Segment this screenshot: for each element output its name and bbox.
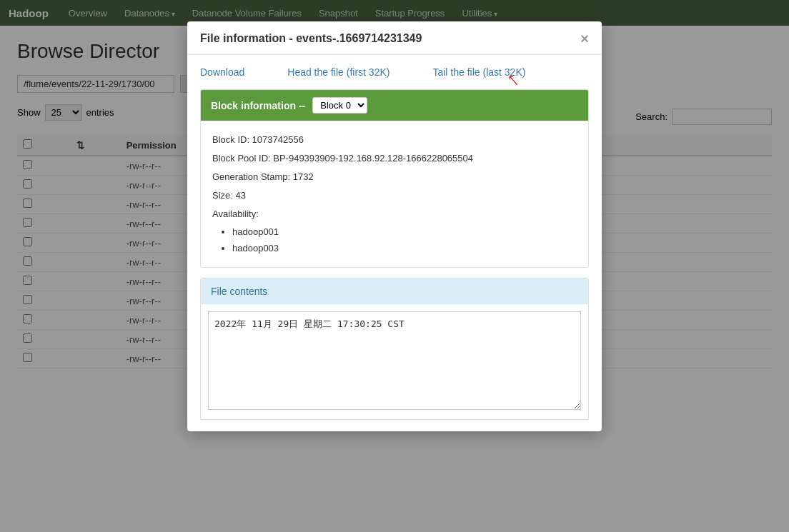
block-info-section: Block information -- Block 0 Block ID: 1… [200,89,589,268]
availability-label: Availability: [212,205,577,224]
action-links: Download Head the file (first 32K) Tail … [200,66,589,78]
modal-title: File information - events-.1669714231349 [200,32,422,45]
block-pool-id: Block Pool ID: BP-949393909-192.168.92.1… [212,149,577,168]
block-body: Block ID: 1073742556 Block Pool ID: BP-9… [201,121,588,267]
block-size: Size: 43 [212,186,577,205]
tail-file-link[interactable]: Tail the file (last 32K) [432,66,525,78]
generation-stamp: Generation Stamp: 1732 [212,168,577,186]
modal-overlay: File information - events-.1669714231349… [0,0,789,532]
modal-header: File information - events-.1669714231349… [187,21,602,55]
availability-item-0: hadoop001 [232,224,577,240]
download-link[interactable]: Download [200,66,244,78]
block-id: Block ID: 1073742556 [212,131,577,149]
file-content-area: 2022年 11月 29日 星期二 17:30:25 CST [201,304,588,419]
availability-list: hadoop001 hadoop003 [232,224,577,257]
file-content-textarea[interactable]: 2022年 11月 29日 星期二 17:30:25 CST [208,311,581,410]
head-file-link[interactable]: Head the file (first 32K) [287,66,389,78]
file-contents-header: File contents [201,278,588,304]
block-header: Block information -- Block 0 [201,90,588,121]
block-select[interactable]: Block 0 [312,97,367,114]
modal-close-button[interactable]: × [580,31,589,46]
file-info-modal: File information - events-.1669714231349… [187,21,602,431]
file-contents-section: File contents 2022年 11月 29日 星期二 17:30:25… [200,278,589,420]
availability-item-1: hadoop003 [232,240,577,256]
block-header-label: Block information -- [211,100,305,111]
modal-body: Download Head the file (first 32K) Tail … [187,55,602,431]
